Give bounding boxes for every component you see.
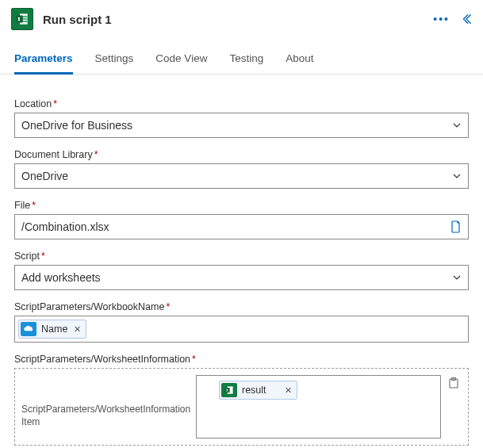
tab-code-view[interactable]: Code View bbox=[155, 44, 207, 75]
doclib-value: OneDrive bbox=[21, 170, 68, 182]
wsinfo-label: ScriptParameters/WorksheetInformation* bbox=[14, 354, 469, 365]
file-input[interactable]: /Combination.xlsx bbox=[14, 214, 469, 239]
file-picker-icon[interactable] bbox=[450, 220, 462, 233]
chevron-down-icon bbox=[452, 171, 462, 181]
location-select[interactable]: OneDrive for Business bbox=[14, 113, 469, 138]
file-label: File* bbox=[14, 200, 469, 211]
wbname-input[interactable]: Name ✕ bbox=[14, 316, 469, 343]
action-title: Run script 1 bbox=[43, 13, 433, 26]
dynamic-token-name[interactable]: Name ✕ bbox=[18, 320, 86, 339]
doclib-select[interactable]: OneDrive bbox=[14, 163, 469, 189]
script-label: Script* bbox=[14, 251, 469, 262]
collapse-icon[interactable] bbox=[461, 13, 472, 25]
location-value: OneDrive for Business bbox=[21, 119, 132, 132]
dynamic-token-result[interactable]: result ✕ bbox=[219, 381, 297, 400]
wsinfo-item-input[interactable]: result ✕ bbox=[196, 375, 441, 438]
script-value: Add worksheets bbox=[21, 271, 101, 284]
onedrive-icon bbox=[21, 322, 36, 336]
chevron-down-icon bbox=[452, 121, 462, 130]
wbname-label: ScriptParameters/WorkbookName* bbox=[14, 301, 469, 312]
script-select[interactable]: Add worksheets bbox=[14, 265, 469, 290]
svg-rect-4 bbox=[17, 16, 23, 23]
remove-token-button[interactable]: ✕ bbox=[74, 324, 81, 335]
doclib-label: Document Library* bbox=[14, 149, 469, 160]
file-value: /Combination.xlsx bbox=[21, 220, 109, 233]
clipboard-icon[interactable] bbox=[446, 375, 462, 391]
location-label: Location* bbox=[14, 98, 469, 109]
wsinfo-item-label: ScriptParameters/WorksheetInformation It… bbox=[21, 375, 191, 428]
remove-token-button[interactable]: ✕ bbox=[285, 385, 292, 396]
tab-settings[interactable]: Settings bbox=[95, 44, 134, 75]
more-menu-button[interactable]: ••• bbox=[433, 13, 450, 25]
wsinfo-container: ScriptParameters/WorksheetInformation It… bbox=[14, 368, 469, 446]
excel-icon bbox=[221, 383, 237, 397]
tab-about[interactable]: About bbox=[286, 44, 313, 75]
tab-parameters[interactable]: Parameters bbox=[14, 44, 73, 75]
excel-icon bbox=[11, 8, 33, 30]
parameters-panel: Location* OneDrive for Business Document… bbox=[0, 75, 483, 448]
tab-bar: Parameters Settings Code View Testing Ab… bbox=[0, 44, 483, 75]
tab-testing[interactable]: Testing bbox=[229, 44, 263, 75]
chevron-down-icon bbox=[452, 273, 462, 282]
